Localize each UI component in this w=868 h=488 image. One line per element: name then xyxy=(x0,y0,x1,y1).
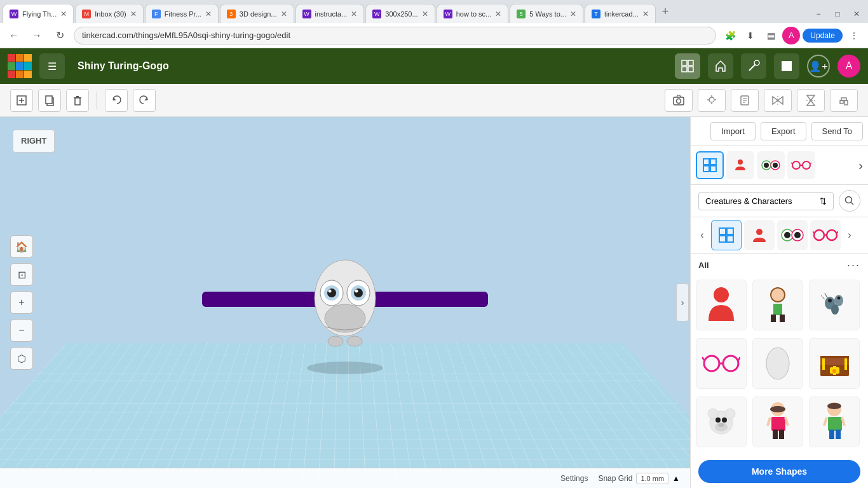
tab-minimize-button[interactable]: − xyxy=(810,5,827,23)
tab-close-5ways[interactable]: ✕ xyxy=(570,10,576,18)
search-button[interactable] xyxy=(839,190,860,212)
tab-close-tinkercad2[interactable]: ✕ xyxy=(642,10,649,18)
person-view-button[interactable] xyxy=(726,151,754,179)
tab-close-300x250[interactable]: ✕ xyxy=(422,10,428,18)
shapes-next-button[interactable]: › xyxy=(858,158,863,173)
hamburger-menu-button[interactable]: ☰ xyxy=(39,53,65,79)
tab-close-window-button[interactable]: ✕ xyxy=(848,5,865,23)
tab-gmail[interactable]: M Inbox (30) ✕ xyxy=(75,4,144,23)
tab-close-howto[interactable]: ✕ xyxy=(495,10,501,18)
note-button[interactable] xyxy=(731,89,759,112)
downloads-button[interactable]: ⬇ xyxy=(742,27,759,44)
zoom-in-button[interactable]: + xyxy=(10,291,33,314)
tab-close-flying[interactable]: ✕ xyxy=(60,10,67,18)
snap-value[interactable]: 1.0 mm xyxy=(636,473,668,484)
browser-profile-avatar[interactable]: A xyxy=(782,27,800,44)
shape-bugs[interactable] xyxy=(809,280,860,330)
svg-point-74 xyxy=(794,232,801,238)
shape-tab-glasses[interactable] xyxy=(810,220,841,250)
align-button[interactable] xyxy=(830,89,858,112)
snap-increment-button[interactable]: ▲ xyxy=(672,474,680,483)
extensions-button[interactable]: 🧩 xyxy=(721,27,739,44)
glasses-view-button[interactable] xyxy=(787,151,815,179)
send-to-button[interactable]: Send To xyxy=(811,122,863,140)
tab-300x250[interactable]: W 300x250... ✕ xyxy=(365,4,435,23)
svg-point-125 xyxy=(827,403,841,409)
shape-bear[interactable] xyxy=(696,396,747,447)
shape-person-red[interactable] xyxy=(696,280,747,330)
category-dropdown[interactable]: Creatures & Characters ⇅ xyxy=(698,192,834,210)
tinkercad-logo[interactable] xyxy=(8,54,32,78)
tab-maximize-button[interactable]: □ xyxy=(829,5,846,23)
shape-tabs-prev-button[interactable]: ‹ xyxy=(696,224,709,247)
import-button[interactable]: Import xyxy=(710,122,756,140)
grid-view-button[interactable] xyxy=(696,151,724,179)
delete-button[interactable] xyxy=(66,89,89,112)
user-avatar[interactable]: A xyxy=(837,55,860,78)
tab-close-instructa[interactable]: ✕ xyxy=(351,10,357,18)
camera-button[interactable] xyxy=(665,89,693,112)
shape-tab-grid[interactable] xyxy=(711,220,742,250)
tab-favicon-tinkercad2: T xyxy=(592,10,600,18)
svg-marker-29 xyxy=(778,97,783,104)
home-view-button[interactable] xyxy=(708,53,733,79)
tab-title-flying: Flying Th... xyxy=(22,10,57,18)
zoom-out-button[interactable]: − xyxy=(10,319,33,342)
svg-point-113 xyxy=(718,423,724,427)
canvas-scroll-right[interactable]: › xyxy=(676,283,689,322)
logo-cell-1 xyxy=(8,54,15,62)
shape-tab-person[interactable] xyxy=(744,220,775,250)
tab-instructa[interactable]: W instructa... ✕ xyxy=(295,4,365,23)
export-button[interactable]: Export xyxy=(761,122,806,140)
perspective-button[interactable]: ⬡ xyxy=(10,347,33,370)
toolbar xyxy=(0,84,868,117)
tab-howto[interactable]: W how to sc... ✕ xyxy=(437,4,509,23)
zoom-fit-button[interactable]: ⊡ xyxy=(10,263,33,286)
all-label: All xyxy=(698,261,709,270)
shape-boy[interactable] xyxy=(809,396,860,447)
svg-line-127 xyxy=(842,417,844,426)
dark-mode-button[interactable] xyxy=(774,53,799,79)
home-nav-button[interactable]: 🏠 xyxy=(10,235,33,258)
back-button[interactable]: ← xyxy=(5,27,23,44)
eyes-view-button[interactable] xyxy=(757,151,785,179)
light-button[interactable] xyxy=(698,89,726,112)
sidebar-toggle-button[interactable]: ▤ xyxy=(762,27,780,44)
svg-point-54 xyxy=(738,159,743,165)
tab-flying[interactable]: W Flying Th... ✕ xyxy=(3,4,74,23)
redo-button[interactable] xyxy=(133,89,156,112)
add-user-button[interactable]: 👤+ xyxy=(807,55,830,78)
tab-tinkercad2[interactable]: T tinkercad... ✕ xyxy=(585,4,656,23)
new-tab-button[interactable]: + xyxy=(657,5,674,18)
undo-button[interactable] xyxy=(105,89,128,112)
shape-tabs-next-button[interactable]: › xyxy=(843,224,856,247)
copy-icon xyxy=(44,95,55,106)
tab-fitness[interactable]: F Fitness Pr... ✕ xyxy=(145,4,219,23)
shape-tab-eyes[interactable] xyxy=(777,220,808,250)
tab-close-gmail[interactable]: ✕ xyxy=(130,10,137,18)
shape-girl[interactable] xyxy=(752,396,803,447)
menu-button[interactable]: ⋮ xyxy=(845,27,863,44)
update-button[interactable]: Update xyxy=(803,29,843,43)
shape-oval[interactable] xyxy=(752,338,803,389)
shape-person-brown[interactable] xyxy=(752,280,803,330)
new-shape-button[interactable] xyxy=(10,89,33,112)
more-shapes-button[interactable]: More Shapes xyxy=(698,460,860,483)
tab-3d[interactable]: 3 3D design... ✕ xyxy=(220,4,294,23)
forward-button[interactable]: → xyxy=(28,27,46,44)
shape-glasses-pink[interactable] xyxy=(696,338,747,389)
tab-close-fitness[interactable]: ✕ xyxy=(205,10,212,18)
logo-cell-7 xyxy=(8,71,15,78)
address-bar[interactable] xyxy=(74,27,716,44)
tab-close-3d[interactable]: ✕ xyxy=(281,10,287,18)
flip-v-button[interactable] xyxy=(797,89,825,112)
canvas-area[interactable]: RIGHT 🏠 ⊡ + − ⬡ xyxy=(0,117,690,488)
3d-view-button[interactable] xyxy=(675,53,700,79)
copy-button[interactable] xyxy=(38,89,61,112)
flip-h-button[interactable] xyxy=(764,89,792,112)
reload-button[interactable]: ↻ xyxy=(51,27,69,44)
shape-treasure[interactable] xyxy=(809,338,860,389)
more-options-button[interactable]: ··· xyxy=(847,259,860,272)
settings-view-button[interactable] xyxy=(741,53,766,79)
tab-5ways[interactable]: 5 5 Ways to... ✕ xyxy=(510,4,583,23)
